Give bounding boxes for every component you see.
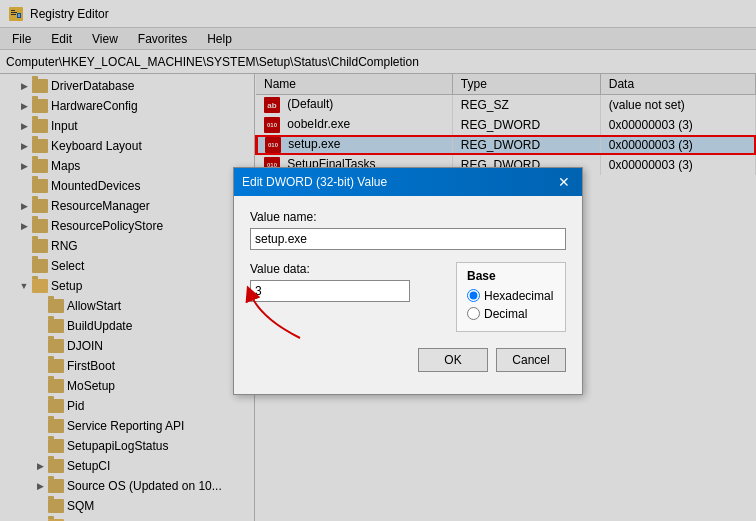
base-title: Base: [467, 269, 555, 283]
dialog-title-bar: Edit DWORD (32-bit) Value ✕: [234, 168, 582, 196]
decimal-radio[interactable]: [467, 307, 480, 320]
cancel-button[interactable]: Cancel: [496, 348, 566, 372]
value-name-label: Value name:: [250, 210, 566, 224]
value-name-input[interactable]: [250, 228, 566, 250]
value-data-label: Value data:: [250, 262, 444, 276]
decimal-label: Decimal: [484, 307, 527, 321]
dialog-overlay: Edit DWORD (32-bit) Value ✕ Value name: …: [0, 0, 756, 521]
value-data-input[interactable]: [250, 280, 410, 302]
dialog-footer: OK Cancel: [250, 348, 566, 380]
hexadecimal-label: Hexadecimal: [484, 289, 553, 303]
dialog-title: Edit DWORD (32-bit) Value: [242, 175, 387, 189]
dialog-body: Value name: Value data: Base Hexadecimal…: [234, 196, 582, 394]
hexadecimal-option[interactable]: Hexadecimal: [467, 289, 555, 303]
ok-button[interactable]: OK: [418, 348, 488, 372]
hexadecimal-radio[interactable]: [467, 289, 480, 302]
base-group: Base Hexadecimal Decimal: [456, 262, 566, 332]
value-data-col: Value data:: [250, 262, 444, 332]
dialog-close-button[interactable]: ✕: [554, 172, 574, 192]
decimal-option[interactable]: Decimal: [467, 307, 555, 321]
dialog-value-row: Value data: Base Hexadecimal Decimal: [250, 262, 566, 332]
edit-dword-dialog: Edit DWORD (32-bit) Value ✕ Value name: …: [233, 167, 583, 395]
